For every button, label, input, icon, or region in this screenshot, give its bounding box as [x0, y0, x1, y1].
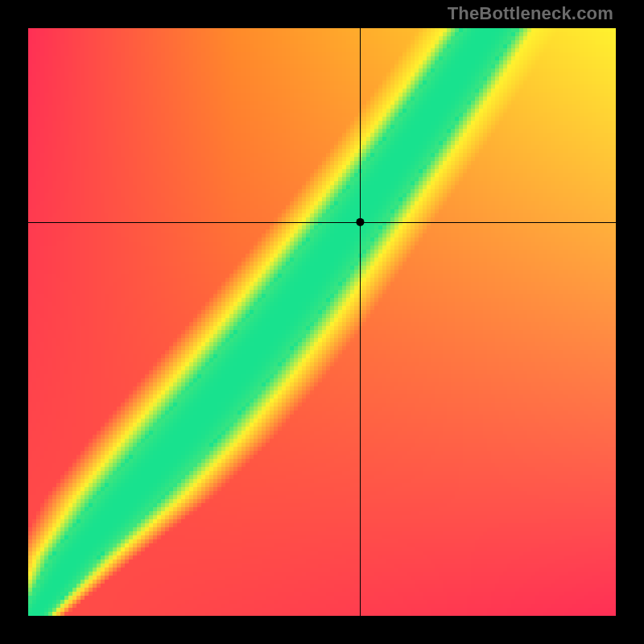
heatmap-plot [28, 28, 616, 616]
heatmap-canvas [28, 28, 616, 616]
chart-frame: TheBottleneck.com [0, 0, 644, 644]
watermark-text: TheBottleneck.com [448, 3, 613, 24]
